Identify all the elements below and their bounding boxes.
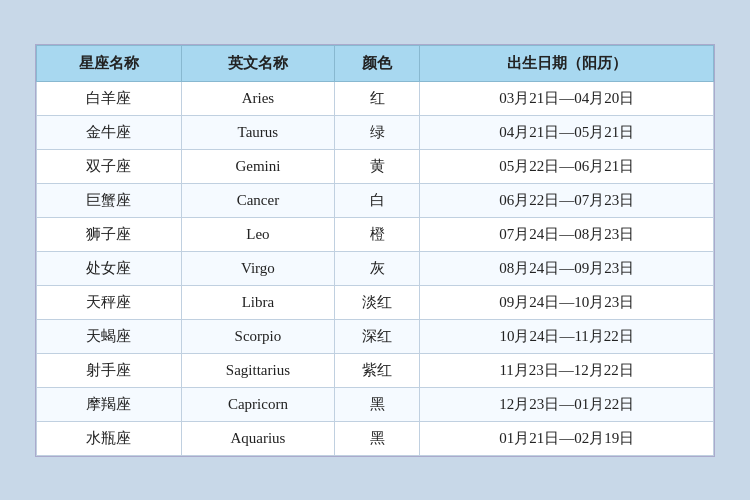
table-row: 射手座Sagittarius紫红11月23日—12月22日	[37, 353, 714, 387]
table-cell-10-3: 01月21日—02月19日	[420, 421, 714, 455]
table-cell-2-3: 05月22日—06月21日	[420, 149, 714, 183]
table-cell-0-2: 红	[334, 81, 419, 115]
table-row: 白羊座Aries红03月21日—04月20日	[37, 81, 714, 115]
table-cell-6-2: 淡红	[334, 285, 419, 319]
zodiac-table-wrapper: 星座名称英文名称颜色出生日期（阳历） 白羊座Aries红03月21日—04月20…	[35, 44, 715, 457]
table-cell-2-1: Gemini	[181, 149, 334, 183]
table-cell-3-2: 白	[334, 183, 419, 217]
table-cell-0-3: 03月21日—04月20日	[420, 81, 714, 115]
table-cell-10-0: 水瓶座	[37, 421, 182, 455]
table-cell-3-3: 06月22日—07月23日	[420, 183, 714, 217]
column-header-1: 英文名称	[181, 45, 334, 81]
table-row: 处女座Virgo灰08月24日—09月23日	[37, 251, 714, 285]
table-row: 双子座Gemini黄05月22日—06月21日	[37, 149, 714, 183]
table-cell-5-1: Virgo	[181, 251, 334, 285]
table-header: 星座名称英文名称颜色出生日期（阳历）	[37, 45, 714, 81]
table-cell-8-1: Sagittarius	[181, 353, 334, 387]
table-cell-1-2: 绿	[334, 115, 419, 149]
table-cell-8-0: 射手座	[37, 353, 182, 387]
table-cell-5-0: 处女座	[37, 251, 182, 285]
table-row: 水瓶座Aquarius黑01月21日—02月19日	[37, 421, 714, 455]
table-cell-8-2: 紫红	[334, 353, 419, 387]
zodiac-table: 星座名称英文名称颜色出生日期（阳历） 白羊座Aries红03月21日—04月20…	[36, 45, 714, 456]
table-body: 白羊座Aries红03月21日—04月20日金牛座Taurus绿04月21日—0…	[37, 81, 714, 455]
column-header-0: 星座名称	[37, 45, 182, 81]
table-cell-7-3: 10月24日—11月22日	[420, 319, 714, 353]
table-cell-3-1: Cancer	[181, 183, 334, 217]
table-cell-1-1: Taurus	[181, 115, 334, 149]
table-row: 狮子座Leo橙07月24日—08月23日	[37, 217, 714, 251]
table-cell-6-0: 天秤座	[37, 285, 182, 319]
table-cell-4-2: 橙	[334, 217, 419, 251]
table-cell-4-1: Leo	[181, 217, 334, 251]
table-cell-4-3: 07月24日—08月23日	[420, 217, 714, 251]
table-cell-1-0: 金牛座	[37, 115, 182, 149]
column-header-2: 颜色	[334, 45, 419, 81]
column-header-3: 出生日期（阳历）	[420, 45, 714, 81]
table-cell-4-0: 狮子座	[37, 217, 182, 251]
table-row: 摩羯座Capricorn黑12月23日—01月22日	[37, 387, 714, 421]
table-cell-7-2: 深红	[334, 319, 419, 353]
table-cell-0-1: Aries	[181, 81, 334, 115]
table-cell-0-0: 白羊座	[37, 81, 182, 115]
table-cell-9-0: 摩羯座	[37, 387, 182, 421]
table-cell-7-0: 天蝎座	[37, 319, 182, 353]
table-row: 天蝎座Scorpio深红10月24日—11月22日	[37, 319, 714, 353]
table-cell-6-1: Libra	[181, 285, 334, 319]
table-cell-2-0: 双子座	[37, 149, 182, 183]
table-cell-9-2: 黑	[334, 387, 419, 421]
table-cell-5-3: 08月24日—09月23日	[420, 251, 714, 285]
table-cell-3-0: 巨蟹座	[37, 183, 182, 217]
table-row: 巨蟹座Cancer白06月22日—07月23日	[37, 183, 714, 217]
table-cell-2-2: 黄	[334, 149, 419, 183]
table-cell-9-3: 12月23日—01月22日	[420, 387, 714, 421]
table-row: 天秤座Libra淡红09月24日—10月23日	[37, 285, 714, 319]
header-row: 星座名称英文名称颜色出生日期（阳历）	[37, 45, 714, 81]
table-cell-8-3: 11月23日—12月22日	[420, 353, 714, 387]
table-cell-9-1: Capricorn	[181, 387, 334, 421]
table-cell-10-2: 黑	[334, 421, 419, 455]
table-cell-7-1: Scorpio	[181, 319, 334, 353]
table-cell-10-1: Aquarius	[181, 421, 334, 455]
table-cell-1-3: 04月21日—05月21日	[420, 115, 714, 149]
table-row: 金牛座Taurus绿04月21日—05月21日	[37, 115, 714, 149]
table-cell-5-2: 灰	[334, 251, 419, 285]
table-cell-6-3: 09月24日—10月23日	[420, 285, 714, 319]
